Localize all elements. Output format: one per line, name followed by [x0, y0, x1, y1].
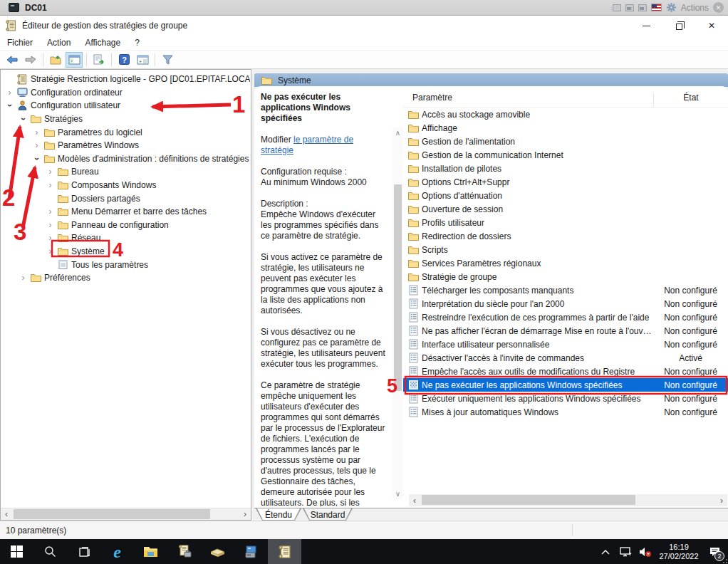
policy-setting-row[interactable]: Interprétation du siècle pour l'an 2000N…: [403, 297, 728, 310]
settings-subfolder-row[interactable]: Redirection de dossiers: [403, 229, 728, 243]
toolbar-export-list-button[interactable]: [90, 52, 108, 68]
gpmc-button[interactable]: [167, 539, 201, 564]
settings-subfolder-row[interactable]: Stratégie de groupe: [403, 270, 728, 283]
chevron-expanded-icon[interactable]: ›: [5, 101, 15, 110]
task-view-button[interactable]: [67, 539, 100, 564]
tray-chevron-up-icon[interactable]: [597, 539, 614, 564]
vm-view-large-icon[interactable]: [638, 4, 647, 11]
tree-horizontal-scrollbar[interactable]: ‹ ›: [1, 508, 251, 520]
chevron-collapsed-icon[interactable]: ›: [46, 220, 55, 230]
settings-subfolder-row[interactable]: Profils utilisateur: [403, 216, 728, 229]
scroll-up-icon[interactable]: ∧: [392, 127, 403, 138]
scroll-right-icon[interactable]: ›: [716, 495, 727, 506]
settings-subfolder-row[interactable]: Accès au stockage amovible: [403, 108, 728, 121]
toolbar-up-level-button[interactable]: [47, 52, 64, 68]
menu-fichier[interactable]: Fichier: [0, 36, 40, 49]
settings-subfolder-row[interactable]: Services Paramètres régionaux: [403, 256, 728, 270]
tree-item[interactable]: ›Configuration ordinateur: [1, 86, 250, 100]
settings-subfolder-row[interactable]: Options Ctrl+Alt+Suppr: [403, 175, 728, 189]
close-button[interactable]: ✕: [695, 16, 728, 36]
settings-subfolder-row[interactable]: Ouverture de session: [403, 202, 728, 216]
policy-setting-row[interactable]: Restreindre l'exécution de ces programme…: [403, 310, 728, 324]
tree-item[interactable]: ›Stratégies: [1, 113, 250, 126]
chevron-collapsed-icon[interactable]: ›: [46, 207, 55, 216]
file-explorer-button[interactable]: [134, 539, 167, 564]
settings-subfolder-row[interactable]: Gestion de l'alimentation: [403, 135, 728, 148]
toolbar-help-button[interactable]: ?: [115, 52, 132, 68]
chevron-collapsed-icon[interactable]: ›: [19, 273, 28, 283]
scrollbar-thumb[interactable]: [394, 184, 402, 391]
search-button[interactable]: [33, 539, 67, 564]
scroll-right-icon[interactable]: ›: [239, 508, 251, 520]
toolbar-forward-button[interactable]: [22, 52, 39, 68]
start-button[interactable]: [0, 539, 33, 564]
policy-setting-row[interactable]: Ne pas afficher l'écran de démarrage Mis…: [403, 324, 728, 338]
toolbar-show-window-button[interactable]: [134, 52, 151, 68]
tray-clock[interactable]: 16:19 27/02/2022: [657, 543, 701, 561]
tab-etendu[interactable]: Étendu: [256, 508, 301, 521]
volume-muted-icon[interactable]: [637, 539, 654, 564]
tree-item[interactable]: ›Panneau de configuration: [1, 219, 250, 232]
vm-view-small-icon[interactable]: [613, 4, 621, 11]
policy-setting-row[interactable]: Désactiver l'accès à l'invite de command…: [403, 351, 728, 365]
tree-item[interactable]: Stratégie Restriction logicelle - GPO [D…: [1, 73, 250, 86]
scrollbar-thumb[interactable]: [422, 495, 635, 505]
tree-item[interactable]: Tous les paramètres: [1, 258, 250, 271]
chevron-collapsed-icon[interactable]: ›: [46, 233, 55, 243]
tree-item[interactable]: ›Modèles d'administration : définitions …: [1, 152, 250, 166]
minimize-button[interactable]: [630, 16, 662, 36]
column-etat[interactable]: État: [653, 93, 728, 108]
list-horizontal-scrollbar[interactable]: ‹ ›: [409, 494, 727, 506]
chevron-collapsed-icon[interactable]: ›: [32, 127, 41, 137]
tree-item[interactable]: ›Réseau: [1, 231, 250, 245]
tree-item[interactable]: ›Préférences: [1, 271, 250, 285]
menu-action[interactable]: Action: [40, 36, 78, 49]
policy-setting-row[interactable]: Télécharger les composants manquantsNon …: [403, 283, 728, 297]
server-manager-button[interactable]: [234, 539, 268, 564]
vm-view-medium-icon[interactable]: [625, 4, 634, 11]
tree-item[interactable]: ›Configuration utilisateur: [1, 99, 250, 113]
menu-help[interactable]: ?: [128, 36, 147, 49]
settings-subfolder-row[interactable]: Options d'atténuation: [403, 189, 728, 202]
chevron-expanded-icon[interactable]: ›: [32, 154, 42, 163]
menu-affichage[interactable]: Affichage: [78, 36, 128, 49]
tab-standard[interactable]: Standard: [303, 508, 353, 521]
restore-button[interactable]: [662, 16, 695, 36]
policy-setting-row[interactable]: Ne pas exécuter les applications Windows…: [403, 378, 728, 392]
chevron-expanded-icon[interactable]: ›: [19, 115, 28, 124]
chevron-collapsed-icon[interactable]: ›: [46, 167, 55, 177]
scrollbar-thumb[interactable]: [14, 509, 210, 519]
vm-settings-gear-icon[interactable]: [666, 2, 677, 13]
scrollbar-track[interactable]: [420, 494, 716, 506]
group-policy-editor-button[interactable]: [268, 539, 301, 564]
network-icon[interactable]: [617, 539, 634, 564]
internet-explorer-button[interactable]: e: [100, 539, 134, 564]
settings-subfolder-row[interactable]: Affichage: [403, 121, 728, 135]
tree-item[interactable]: ›Bureau: [1, 165, 250, 179]
tree-item[interactable]: ›Paramètres du logiciel: [1, 125, 250, 139]
tree-item[interactable]: ›Menu Démarrer et barre des tâches: [1, 205, 250, 219]
chevron-collapsed-icon[interactable]: ›: [32, 140, 41, 150]
tree-item[interactable]: Dossiers partagés: [1, 192, 250, 205]
tree-item[interactable]: ›Composants Windows: [1, 179, 250, 192]
scrollbar-track[interactable]: [12, 508, 239, 520]
policy-setting-row[interactable]: Interface utilisateur personnaliséeNon c…: [403, 338, 728, 351]
scroll-down-icon[interactable]: ∨: [392, 489, 403, 499]
settings-subfolder-row[interactable]: Gestion de la communication Internet: [403, 148, 728, 162]
policy-setting-row[interactable]: Exécuter uniquement les applications Win…: [403, 392, 728, 405]
chevron-collapsed-icon[interactable]: ›: [46, 246, 55, 256]
toolbar-console-tree-button[interactable]: [66, 52, 83, 68]
toolbar-back-button[interactable]: [4, 52, 21, 68]
scroll-left-icon[interactable]: ‹: [409, 495, 420, 506]
keyboard-layout-flag-icon[interactable]: [651, 4, 662, 11]
policy-setting-row[interactable]: Mises à jour automatiques WindowsNon con…: [403, 405, 728, 419]
tree-item[interactable]: ›Système: [1, 245, 250, 258]
description-vertical-scrollbar[interactable]: ∧ ∨: [392, 127, 403, 499]
toolbox-app-button[interactable]: [201, 539, 234, 564]
policy-setting-row[interactable]: Empêche l'accès aux outils de modificati…: [403, 365, 728, 378]
vm-close-icon[interactable]: ✕: [713, 2, 724, 13]
settings-subfolder-row[interactable]: Installation de pilotes: [403, 162, 728, 175]
chevron-collapsed-icon[interactable]: ›: [5, 88, 14, 98]
column-parametre[interactable]: Paramètre: [412, 93, 452, 103]
scroll-left-icon[interactable]: ‹: [1, 508, 12, 520]
